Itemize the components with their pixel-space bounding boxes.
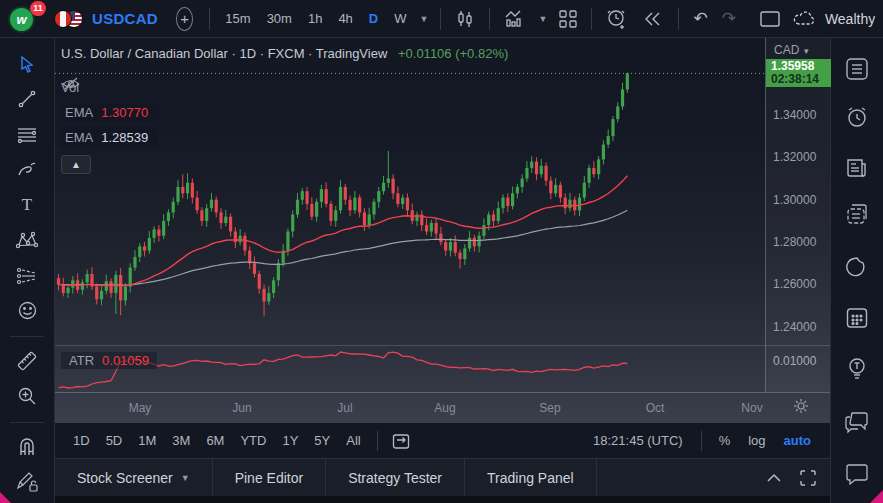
- footer-panel-bar: Stock Screener ▼ Pine Editor Strategy Te…: [55, 459, 830, 503]
- collapse-legend-button[interactable]: ▲: [61, 155, 91, 174]
- price-tick: 1.30000: [773, 193, 816, 207]
- emoji-icon[interactable]: [8, 297, 46, 325]
- undo-icon[interactable]: ↶: [687, 8, 713, 29]
- symbol-search-button[interactable]: USDCAD: [92, 10, 158, 27]
- divider: [10, 336, 44, 337]
- symbol-description: U.S. Dollar / Canadian Dollar · 1D · FXC…: [61, 46, 387, 61]
- watchlist-icon[interactable]: [837, 52, 877, 86]
- forecast-icon[interactable]: [8, 262, 46, 290]
- price-axis[interactable]: CAD▼ 1.35958 02:38:14 1.34000 1.32000 1.…: [765, 38, 830, 392]
- last-price-label: 1.35958 02:38:14: [766, 59, 831, 87]
- axis-settings-gear-icon[interactable]: [793, 398, 809, 417]
- timeframe-30m[interactable]: 30m: [260, 7, 299, 30]
- range-3m[interactable]: 3M: [164, 429, 198, 452]
- divider: [489, 8, 490, 30]
- atr-label: ATR: [69, 353, 94, 368]
- tab-strategy-tester[interactable]: Strategy Tester: [326, 459, 465, 496]
- news-icon[interactable]: [837, 151, 877, 185]
- log-scale-button[interactable]: log: [739, 429, 774, 452]
- xabcd-pattern-icon[interactable]: [8, 226, 46, 254]
- chevron-down-icon[interactable]: ▼: [416, 14, 433, 24]
- session-clock[interactable]: 18:21:45 (UTC): [593, 433, 693, 448]
- cursor-icon[interactable]: [8, 50, 46, 78]
- recording-corner-marker: [870, 490, 883, 503]
- public-chat-icon[interactable]: [837, 405, 877, 439]
- eye-hidden-icon[interactable]: [61, 76, 81, 90]
- hotlist-flame-icon[interactable]: [837, 251, 877, 285]
- maximize-panel-icon[interactable]: [800, 470, 816, 486]
- account-name: Wealthy Educ: [825, 11, 875, 27]
- range-5d[interactable]: 5D: [98, 429, 131, 452]
- range-5y[interactable]: 5Y: [306, 429, 338, 452]
- price-change: +0.01106 (+0.82%): [398, 46, 508, 61]
- timeframe-15m[interactable]: 15m: [218, 7, 257, 30]
- timeframe-4h[interactable]: 4h: [331, 7, 359, 30]
- ema-slow-value: 1.28539: [101, 130, 148, 145]
- currency-selector[interactable]: CAD▼: [774, 43, 810, 57]
- divider: [701, 431, 702, 451]
- fib-retracement-icon[interactable]: [8, 121, 46, 149]
- volume-legend-row[interactable]: Vol: [61, 76, 158, 98]
- auto-scale-button[interactable]: auto: [775, 429, 820, 452]
- alerts-clock-icon[interactable]: [837, 100, 877, 134]
- range-6m[interactable]: 6M: [198, 429, 232, 452]
- ruler-icon[interactable]: [8, 347, 46, 375]
- fullscreen-rect-icon[interactable]: [754, 7, 786, 31]
- month-tick: Aug: [434, 401, 455, 415]
- zoom-in-icon[interactable]: [8, 382, 46, 410]
- calendar-icon[interactable]: [837, 301, 877, 335]
- ema-slow-legend-row[interactable]: EMA 1.28539: [61, 126, 158, 148]
- redo-icon[interactable]: ↷: [716, 8, 742, 29]
- range-1m[interactable]: 1M: [130, 429, 164, 452]
- price-tick: 1.34000: [773, 108, 816, 122]
- expand-panel-chevron-icon[interactable]: [766, 473, 782, 483]
- divider: [209, 8, 210, 30]
- footer-tabs: Stock Screener ▼ Pine Editor Strategy Te…: [55, 459, 830, 497]
- data-window-icon[interactable]: [837, 197, 877, 231]
- price-pane[interactable]: U.S. Dollar / Canadian Dollar · 1D · FXC…: [55, 38, 765, 392]
- ema-fast-legend-row[interactable]: EMA 1.30770: [61, 101, 158, 123]
- percent-scale-button[interactable]: %: [710, 429, 740, 452]
- range-1y[interactable]: 1Y: [274, 429, 306, 452]
- tab-trading-panel[interactable]: Trading Panel: [465, 459, 597, 496]
- trend-line-icon[interactable]: [8, 85, 46, 113]
- plus-circle-icon[interactable]: +: [176, 7, 193, 31]
- price-tick: 1.24000: [773, 320, 816, 334]
- draw-lock-icon[interactable]: [8, 468, 46, 496]
- chart-legend-header[interactable]: U.S. Dollar / Canadian Dollar · 1D · FXC…: [61, 46, 508, 61]
- magnet-icon[interactable]: [8, 433, 46, 461]
- account-menu[interactable]: Wealthy Educ: [792, 10, 875, 28]
- range-all[interactable]: All: [338, 429, 368, 452]
- replay-icon[interactable]: [636, 6, 670, 32]
- footer-right-controls: [597, 459, 830, 496]
- time-axis[interactable]: May Jun Jul Aug Sep Oct Nov: [55, 392, 830, 423]
- month-tick: Oct: [646, 401, 665, 415]
- private-chat-icon[interactable]: [837, 457, 877, 491]
- month-tick: Jun: [232, 401, 251, 415]
- cloud-icon: [792, 10, 818, 28]
- indicators-icon[interactable]: [498, 5, 532, 33]
- canada-flag-icon: [54, 10, 72, 28]
- candlestick-style-icon[interactable]: [449, 5, 481, 33]
- alert-clock-icon[interactable]: [600, 4, 634, 34]
- pane-divider[interactable]: [55, 345, 830, 346]
- tab-stock-screener[interactable]: Stock Screener ▼: [55, 459, 213, 496]
- brush-icon[interactable]: [8, 156, 46, 184]
- chart-region[interactable]: U.S. Dollar / Canadian Dollar · 1D · FXC…: [55, 38, 830, 423]
- go-to-date-icon[interactable]: [386, 428, 416, 454]
- account-logo[interactable]: w 11: [8, 4, 42, 34]
- bar-countdown: 02:38:14: [771, 73, 831, 86]
- timeframe-1h[interactable]: 1h: [301, 7, 329, 30]
- ideas-bulb-icon[interactable]: [837, 351, 877, 385]
- timeframe-1w[interactable]: W: [387, 7, 413, 30]
- timeframe-1d[interactable]: D: [362, 7, 385, 30]
- range-ytd[interactable]: YTD: [232, 429, 274, 452]
- atr-legend-row[interactable]: ATR 0.01059: [61, 352, 157, 369]
- chevron-down-icon[interactable]: ▼: [534, 14, 551, 24]
- layout-grid-icon[interactable]: [553, 6, 583, 32]
- range-1d[interactable]: 1D: [65, 429, 98, 452]
- month-tick: Nov: [741, 401, 762, 415]
- chart-bottom-toolbar: 1D 5D 1M 3M 6M YTD 1Y 5Y All 18:21:45 (U…: [55, 423, 830, 459]
- text-tool-icon[interactable]: T: [8, 191, 46, 219]
- tab-pine-editor[interactable]: Pine Editor: [213, 459, 326, 496]
